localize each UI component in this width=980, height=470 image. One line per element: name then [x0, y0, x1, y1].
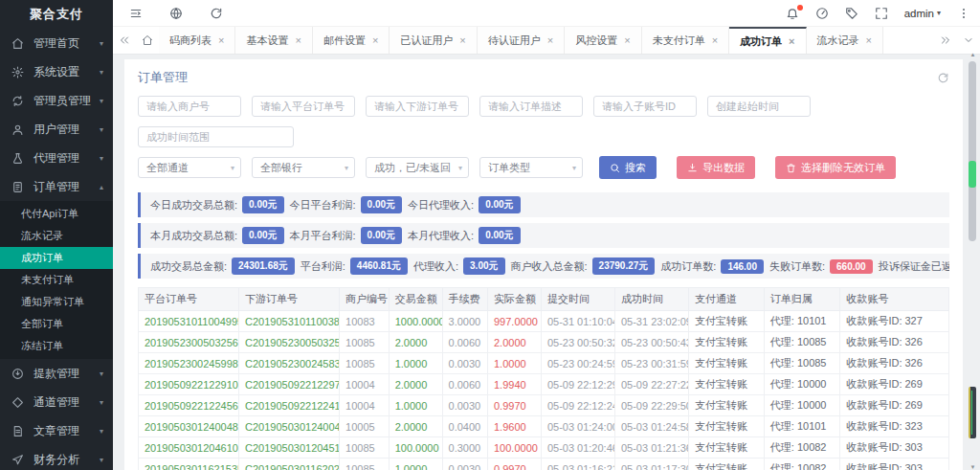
filter-input[interactable] [138, 96, 241, 117]
bell-icon[interactable] [786, 7, 799, 20]
table-cell[interactable]: C20190503012400427722 [239, 416, 340, 437]
sidebar-item[interactable]: 文章管理▾ [0, 416, 113, 445]
tab[interactable]: 流水记录× [807, 27, 883, 54]
table-cell: 05-31 23:02:09 [614, 311, 688, 332]
close-icon[interactable]: × [372, 35, 378, 46]
close-icon[interactable]: × [624, 35, 630, 46]
filter-input[interactable] [138, 126, 294, 147]
sidebar-subitem[interactable]: 未支付订单 [0, 269, 113, 291]
stat-value-badge: 23790.27元 [592, 257, 656, 275]
tab[interactable]: 成功订单× [729, 27, 806, 54]
table-cell[interactable]: C20190509221229778460 [239, 374, 340, 395]
tab[interactable]: 基本设置× [235, 27, 312, 54]
tag-icon[interactable] [845, 7, 858, 20]
sidebar-item[interactable]: 用户管理▾ [0, 115, 113, 144]
table-cell[interactable]: 20190503012046101519 [139, 437, 239, 459]
table-cell: 代理: 10000 [764, 395, 840, 416]
stats-today-bar: 今日成功交易总额:0.00元今日平台利润:0.00元今日代理收入:0.00元 [138, 192, 949, 217]
table-cell[interactable]: 20190523005032569953 [139, 332, 239, 353]
scroll-down-icon[interactable]: ▼ [969, 464, 977, 470]
more-vertical-icon[interactable] [957, 7, 970, 20]
fullscreen-icon[interactable] [875, 7, 888, 20]
table-cell[interactable]: C20190503011620273638 [239, 459, 340, 470]
tab[interactable]: 邮件设置× [313, 27, 390, 54]
close-icon[interactable]: × [712, 35, 718, 46]
table-scrollbar-thumb[interactable] [969, 387, 976, 438]
table-cell[interactable]: C20190523002458323764 [239, 353, 340, 374]
filter-select[interactable]: 全部银行▾ [252, 157, 355, 178]
article-icon [11, 425, 26, 437]
delete-invalid-orders-button[interactable]: 选择删除无效订单 [775, 156, 896, 179]
filter-select[interactable]: 订单类型▾ [479, 157, 583, 178]
refresh-icon[interactable] [210, 7, 223, 20]
close-icon[interactable]: × [547, 35, 553, 46]
sidebar-subitem[interactable]: 代付Api订单 [0, 203, 113, 225]
collapse-menu-icon[interactable] [129, 7, 143, 20]
chevrons-left-icon[interactable] [113, 27, 136, 54]
chevron-down-icon[interactable] [957, 27, 980, 54]
username: admin [904, 8, 934, 19]
sidebar-item[interactable]: 订单管理▴ [0, 172, 113, 201]
table-cell[interactable]: 20190523002459989752 [139, 353, 239, 374]
finance-icon [11, 454, 26, 466]
table-cell: 05-31 01:10:04 [541, 311, 614, 332]
tab[interactable]: 待认证用户× [478, 27, 565, 54]
table-cell[interactable]: C20190509221224134469 [239, 395, 340, 416]
tab[interactable]: 未支付订单× [642, 27, 729, 54]
filter-select[interactable]: 成功，已/未返回▾ [366, 157, 469, 178]
filter-input[interactable] [707, 96, 811, 117]
home-icon[interactable] [136, 27, 159, 54]
sidebar-item[interactable]: 管理首页▾ [0, 29, 113, 57]
table-row: 20190509221229100995C2019050922122977846… [139, 374, 949, 395]
sidebar-item[interactable]: 财务分析▾ [0, 445, 113, 470]
table-cell[interactable]: 20190509221229100995 [139, 374, 239, 395]
table-cell[interactable]: C20190523005032542611 [239, 332, 340, 353]
sidebar-subitem[interactable]: 全部订单 [0, 313, 113, 335]
close-icon[interactable]: × [295, 35, 301, 46]
sidebar-subitem[interactable]: 通知异常订单 [0, 291, 113, 313]
scroll-up-icon[interactable]: ▲ [969, 52, 977, 57]
table-cell: 05-23 00:24:59 [541, 353, 614, 374]
sidebar-item[interactable]: 提款管理▾ [0, 359, 113, 388]
table-cell: 0.9970 [488, 459, 542, 470]
table-cell: 100.0000 [488, 437, 542, 459]
tab[interactable]: 风控设置× [565, 27, 641, 54]
filter-select[interactable]: 全部通道▾ [138, 157, 241, 178]
agent-icon [11, 152, 26, 165]
chevrons-right-icon[interactable] [934, 27, 957, 54]
sidebar-subitem[interactable]: 成功订单 [0, 247, 113, 269]
sidebar-item[interactable]: 系统设置▾ [0, 57, 113, 86]
filter-input[interactable] [252, 96, 355, 117]
table-cell[interactable]: 20190503012400489754 [139, 416, 239, 437]
sidebar-item[interactable]: 管理员管理▾ [0, 86, 113, 115]
export-data-button[interactable]: 导出数据 [677, 156, 755, 179]
close-icon[interactable]: × [789, 36, 794, 47]
close-icon[interactable]: × [866, 35, 872, 46]
reload-icon[interactable] [937, 72, 949, 84]
search-button[interactable]: 搜索 [599, 156, 657, 179]
sidebar-subitem[interactable]: 冻结订单 [0, 335, 113, 357]
dashboard-icon[interactable] [815, 7, 829, 20]
chevron-down-icon: ▾ [572, 164, 576, 172]
sidebar-item-label: 系统设置 [33, 64, 100, 80]
table-cell[interactable]: C20190503012045121203 [239, 437, 340, 459]
stat-label: 今日代理收入: [408, 198, 474, 213]
table-cell[interactable]: 20190509221224569998 [139, 395, 239, 416]
table-cell[interactable]: 20190531011004995057 [139, 311, 239, 332]
filter-input[interactable] [593, 96, 697, 117]
user-menu[interactable]: admin ▾ [904, 8, 941, 19]
close-icon[interactable]: × [218, 35, 224, 46]
tab[interactable]: 码商列表× [159, 27, 235, 54]
scrollbar-thumb[interactable] [969, 61, 976, 241]
sidebar-subitem[interactable]: 流水记录 [0, 225, 113, 247]
table-cell: 05-09 22:12:29 [541, 374, 614, 395]
sidebar-item[interactable]: 通道管理▾ [0, 388, 113, 416]
table-cell[interactable]: 20190503011621535010 [139, 459, 239, 470]
language-icon[interactable] [169, 7, 183, 20]
filter-input[interactable] [479, 96, 583, 117]
table-cell[interactable]: C20190531011003819055 [239, 311, 340, 332]
close-icon[interactable]: × [459, 35, 465, 46]
sidebar-item[interactable]: 代理管理▾ [0, 144, 113, 172]
tab[interactable]: 已认证用户× [390, 27, 477, 54]
filter-input[interactable] [366, 96, 469, 117]
